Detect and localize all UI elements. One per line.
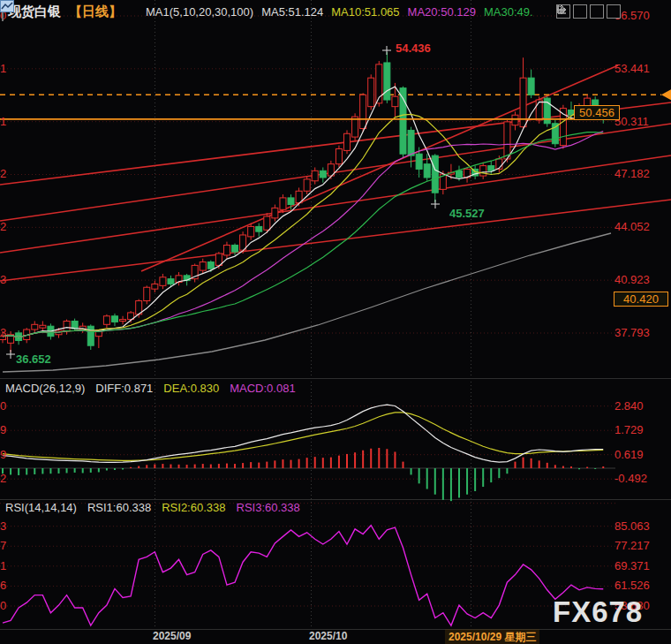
xaxis-date-highlight: 2025/10/29 星期三 [445,629,539,644]
macd-dea-value: DEA:0.830 [163,382,219,395]
start-low-annotation: 36.652 [16,352,51,366]
clipped-left-axis-digit: 1 [0,62,7,75]
clipped-left-axis-digit: 2 [0,167,7,180]
price-axis-label: 47.182 [614,167,650,180]
fit-horizontal-icon[interactable] [590,4,604,19]
clipped-left-axis-digit: 3 [0,326,7,339]
rsi-axis-label: 61.526 [614,579,650,592]
price-axis-label: 40.923 [614,273,650,286]
clipped-left-axis-digit: 0 [0,599,7,612]
rsi-params: RSI(14,14,14) [5,501,77,514]
macd-axis-label: 0.619 [614,448,644,461]
rsi-axis-label: 77.217 [614,539,650,552]
period-label: 【日线】 [69,4,122,20]
macd-axis-label: -0.492 [614,472,647,485]
last-price-badge: 50.456 [574,105,620,120]
macd-params: MACD(26,12,9) [5,382,85,395]
price-axis-label: 44.052 [614,220,650,233]
chart-canvas[interactable] [0,0,671,644]
clipped-left-axis-digit: 7 [0,539,7,552]
macd-macd-value: MACD:0.081 [230,382,295,395]
macd-header: MACD(26,12,9) DIFF:0.871 DEA:0.830 MACD:… [5,382,296,395]
price-axis-label: 53.441 [614,62,650,75]
xaxis-label-sep: 2025/09 [153,630,191,642]
xaxis-label-oct: 2025/10 [309,630,347,642]
reference-price-badge: 40.420 [614,292,668,307]
rsi1-value: RSI1:60.338 [87,501,151,514]
pane-toolbar [556,4,621,19]
rsi2-value: RSI2:60.338 [162,501,225,514]
high-annotation: 54.436 [396,42,431,55]
low-annotation: 45.527 [449,207,485,220]
rsi-axis-label: 69.371 [614,559,650,572]
macd-axis-label: 1.729 [614,423,644,436]
legend-ma1: MA1(5,10,20,30,100) [146,5,253,19]
clipped-left-axis-digit: 9 [0,448,7,461]
chart-header: 现货白银 【日线】 MA1(5,10,20,30,100) MA5:51.124… [0,0,533,24]
clipped-left-axis-digit: 0 [0,399,7,413]
legend-ma20: MA20:50.129 [408,5,476,19]
legend-ma10: MA10:51.065 [331,5,399,19]
clipped-left-axis-digit: 1 [0,115,7,128]
clipped-left-axis-digit: 2 [0,220,7,233]
fit-vertical-icon[interactable] [573,4,587,19]
clipped-left-axis-digit: 2 [0,472,7,485]
macd-axis-label: 2.840 [614,399,644,413]
fx678-watermark: FX678 [553,595,643,629]
price-axis-label: 37.793 [614,326,650,339]
instrument-title: 现货白银 [8,4,61,20]
clipped-left-axis-digit: 1 [0,559,7,572]
trading-chart-window: 现货白银 【日线】 MA1(5,10,20,30,100) MA5:51.124… [0,0,671,644]
clipped-left-axis-digit: 6 [0,579,7,592]
legend-ma30: MA30:49. [484,5,533,19]
clipped-left-axis-digit: 3 [0,273,7,286]
rsi-header: RSI(14,14,14) RSI1:60.338 RSI2:60.338 RS… [5,501,300,514]
rsi3-value: RSI3:60.338 [237,501,300,514]
legend-ma5: MA5:51.124 [261,5,323,19]
exit-pane-icon[interactable] [607,4,621,19]
macd-diff-value: DIFF:0.871 [95,382,153,395]
clipped-left-axis-digit: 3 [0,519,7,533]
clipped-left-axis-digit: 9 [0,423,7,436]
rsi-axis-label: 85.063 [614,519,650,533]
